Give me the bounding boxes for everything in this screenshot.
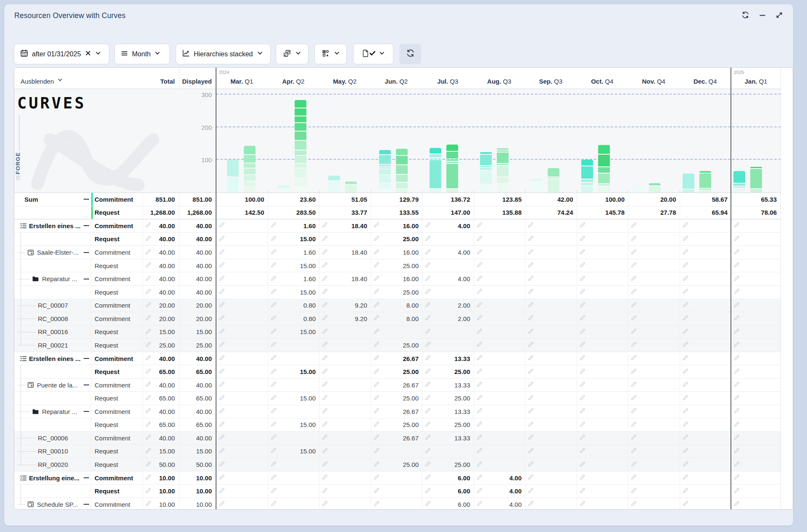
- edit-pencil-icon[interactable]: [579, 341, 585, 349]
- edit-pencil-icon[interactable]: [579, 315, 585, 322]
- edit-pencil-icon[interactable]: [219, 408, 225, 415]
- edit-pencil-icon[interactable]: [145, 368, 151, 376]
- edit-pencil-icon[interactable]: [733, 328, 740, 336]
- edit-pencil-icon[interactable]: [527, 368, 534, 376]
- edit-pencil-icon[interactable]: [270, 434, 277, 442]
- edit-pencil-icon[interactable]: [733, 448, 740, 455]
- edit-pencil-icon[interactable]: [682, 315, 688, 322]
- edit-pencil-icon[interactable]: [579, 434, 585, 442]
- edit-pencil-icon[interactable]: [145, 328, 151, 336]
- edit-pencil-icon[interactable]: [476, 249, 483, 256]
- edit-pencil-icon[interactable]: [322, 461, 328, 469]
- edit-pencil-icon[interactable]: [527, 355, 534, 362]
- edit-pencil-icon[interactable]: [682, 355, 688, 362]
- edit-pencil-icon[interactable]: [527, 288, 534, 296]
- edit-pencil-icon[interactable]: [527, 222, 534, 229]
- edit-pencil-icon[interactable]: [322, 474, 328, 482]
- edit-pencil-icon[interactable]: [145, 288, 151, 296]
- collapse-button[interactable]: [84, 276, 90, 282]
- edit-pencil-icon[interactable]: [219, 395, 225, 402]
- edit-pencil-icon[interactable]: [733, 487, 740, 495]
- refresh-button[interactable]: [399, 44, 421, 64]
- edit-pencil-icon[interactable]: [579, 328, 585, 336]
- edit-pencil-icon[interactable]: [145, 262, 151, 269]
- edit-pencil-icon[interactable]: [145, 434, 151, 442]
- edit-pencil-icon[interactable]: [733, 355, 740, 362]
- edit-pencil-icon[interactable]: [270, 448, 277, 455]
- edit-pencil-icon[interactable]: [579, 448, 585, 455]
- edit-pencil-icon[interactable]: [476, 408, 483, 415]
- edit-pencil-icon[interactable]: [425, 341, 431, 349]
- edit-pencil-icon[interactable]: [373, 302, 380, 309]
- edit-pencil-icon[interactable]: [373, 262, 380, 269]
- edit-pencil-icon[interactable]: [630, 461, 637, 469]
- edit-pencil-icon[interactable]: [733, 222, 740, 229]
- edit-pencil-icon[interactable]: [733, 368, 740, 376]
- edit-pencil-icon[interactable]: [630, 355, 637, 362]
- edit-pencil-icon[interactable]: [630, 408, 637, 415]
- edit-pencil-icon[interactable]: [733, 421, 740, 429]
- edit-pencil-icon[interactable]: [476, 421, 483, 429]
- edit-pencil-icon[interactable]: [630, 395, 637, 402]
- edit-pencil-icon[interactable]: [373, 461, 380, 469]
- edit-pencil-icon[interactable]: [322, 395, 328, 402]
- clear-filter-icon[interactable]: [85, 50, 91, 58]
- edit-pencil-icon[interactable]: [425, 408, 431, 415]
- edit-pencil-icon[interactable]: [733, 341, 740, 349]
- edit-pencil-icon[interactable]: [219, 249, 225, 256]
- edit-pencil-icon[interactable]: [145, 500, 151, 508]
- edit-pencil-icon[interactable]: [270, 262, 277, 269]
- edit-pencil-icon[interactable]: [682, 448, 688, 455]
- edit-pencil-icon[interactable]: [322, 421, 328, 429]
- interval-chip[interactable]: Month: [114, 44, 170, 64]
- edit-pencil-icon[interactable]: [527, 487, 534, 495]
- edit-pencil-icon[interactable]: [219, 461, 225, 469]
- edit-pencil-icon[interactable]: [476, 275, 483, 283]
- edit-pencil-icon[interactable]: [270, 487, 277, 495]
- edit-pencil-icon[interactable]: [476, 262, 483, 269]
- edit-pencil-icon[interactable]: [630, 262, 637, 269]
- edit-pencil-icon[interactable]: [476, 302, 483, 309]
- edit-pencil-icon[interactable]: [425, 434, 431, 442]
- edit-pencil-icon[interactable]: [373, 235, 380, 243]
- edit-pencil-icon[interactable]: [322, 448, 328, 455]
- edit-pencil-icon[interactable]: [145, 341, 151, 349]
- edit-pencil-icon[interactable]: [145, 448, 151, 455]
- edit-pencil-icon[interactable]: [425, 275, 431, 283]
- edit-pencil-icon[interactable]: [219, 302, 225, 309]
- edit-pencil-icon[interactable]: [219, 262, 225, 269]
- edit-pencil-icon[interactable]: [682, 408, 688, 415]
- edit-pencil-icon[interactable]: [145, 395, 151, 402]
- edit-pencil-icon[interactable]: [322, 487, 328, 495]
- edit-pencil-icon[interactable]: [270, 395, 277, 402]
- edit-pencil-icon[interactable]: [322, 355, 328, 362]
- edit-pencil-icon[interactable]: [219, 487, 225, 495]
- collapse-button[interactable]: [84, 356, 90, 361]
- edit-pencil-icon[interactable]: [219, 368, 225, 376]
- edit-pencil-icon[interactable]: [425, 368, 431, 376]
- edit-pencil-icon[interactable]: [579, 381, 585, 389]
- expand-icon[interactable]: [775, 11, 783, 19]
- edit-pencil-icon[interactable]: [630, 487, 637, 495]
- edit-pencil-icon[interactable]: [373, 487, 380, 495]
- edit-pencil-icon[interactable]: [219, 355, 225, 362]
- edit-pencil-icon[interactable]: [733, 262, 740, 269]
- edit-pencil-icon[interactable]: [219, 288, 225, 296]
- edit-pencil-icon[interactable]: [682, 341, 688, 349]
- edit-pencil-icon[interactable]: [579, 235, 585, 243]
- date-filter-chip[interactable]: after 01/31/2025: [14, 44, 109, 64]
- edit-pencil-icon[interactable]: [527, 275, 534, 283]
- edit-pencil-icon[interactable]: [219, 315, 225, 322]
- edit-pencil-icon[interactable]: [527, 381, 534, 389]
- collapse-button[interactable]: [84, 475, 90, 481]
- edit-pencil-icon[interactable]: [579, 487, 585, 495]
- images-chip[interactable]: [276, 44, 309, 64]
- edit-pencil-icon[interactable]: [425, 249, 431, 256]
- edit-pencil-icon[interactable]: [733, 500, 740, 508]
- edit-pencil-icon[interactable]: [373, 474, 380, 482]
- edit-pencil-icon[interactable]: [476, 222, 483, 229]
- mode-chip[interactable]: Hierarchies stacked: [176, 44, 271, 64]
- edit-pencil-icon[interactable]: [270, 222, 277, 229]
- edit-pencil-icon[interactable]: [270, 381, 277, 389]
- edit-pencil-icon[interactable]: [270, 408, 277, 415]
